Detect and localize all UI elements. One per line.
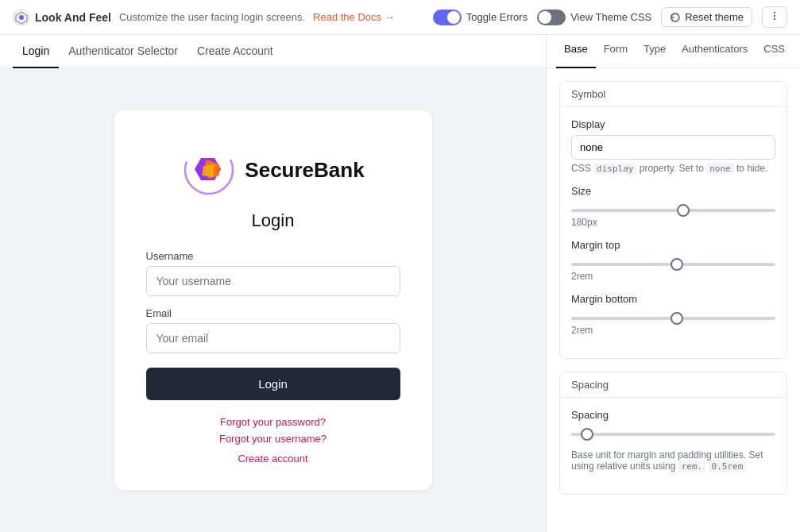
margin-top-label: Margin top [571, 239, 775, 251]
margin-bottom-wrap: Margin bottom 2rem [571, 293, 775, 336]
spacing-code2: 0.5rem [709, 461, 747, 472]
app-logo: Look And Feel [13, 9, 111, 26]
more-options-button[interactable] [762, 6, 787, 28]
tab-login[interactable]: Login [13, 35, 59, 68]
spacing-slider[interactable] [571, 433, 775, 436]
spacing-section-body: Spacing Base unit for margin and padding… [560, 398, 786, 494]
spacing-hint: Base unit for margin and padding utiliti… [571, 449, 775, 472]
right-panel-tabs: Base Form Type Authenticators CSS [546, 35, 800, 68]
reset-theme-button[interactable]: Reset theme [661, 7, 752, 27]
link-group: Forgot your password? Forgot your userna… [146, 416, 400, 465]
margin-bottom-value: 2rem [571, 325, 775, 336]
display-input[interactable] [571, 135, 775, 160]
right-tab-base[interactable]: Base [556, 35, 596, 68]
forgot-password-link[interactable]: Forgot your password? [220, 416, 326, 428]
brand-logo: SecureBank [181, 142, 364, 198]
size-value: 180px [571, 217, 775, 228]
margin-top-value: 2rem [571, 271, 775, 282]
app-description: Customize the user facing login screens. [119, 11, 305, 23]
spacing-label: Spacing [571, 409, 775, 421]
reset-icon [670, 12, 681, 23]
size-slider[interactable] [571, 209, 775, 212]
brand-name: SecureBank [245, 158, 364, 183]
brand-icon [181, 142, 237, 198]
reset-theme-label: Reset theme [685, 11, 744, 23]
spacing-wrap: Spacing [571, 409, 775, 438]
margin-bottom-label: Margin bottom [571, 293, 775, 305]
main-nav-tabs: Login Authenticator Selector Create Acco… [0, 35, 546, 68]
right-tab-form[interactable]: Form [596, 35, 636, 68]
svg-point-3 [774, 12, 775, 13]
svg-point-4 [774, 15, 775, 17]
topbar: Look And Feel Customize the user facing … [0, 0, 800, 35]
right-panel-content: Symbol Display CSS display property. Set… [547, 68, 800, 532]
username-input[interactable] [146, 266, 400, 296]
margin-top-slider[interactable] [571, 263, 775, 266]
tab-create-account[interactable]: Create Account [187, 35, 283, 68]
app-logo-icon [13, 9, 30, 26]
app-title: Look And Feel [35, 11, 111, 24]
toggle-errors-wrap: Toggle Errors [433, 10, 528, 25]
toggle-errors-label: Toggle Errors [466, 11, 528, 23]
spacing-section: Spacing Spacing Base unit for margin and… [559, 372, 787, 495]
toggle-theme-knob [539, 11, 551, 24]
svg-marker-9 [202, 164, 214, 177]
more-icon [769, 10, 780, 21]
svg-point-5 [774, 18, 775, 20]
margin-top-wrap: Margin top 2rem [571, 239, 775, 282]
create-account-link[interactable]: Create account [238, 453, 307, 465]
right-tab-type[interactable]: Type [636, 35, 674, 68]
tab-authenticator-selector[interactable]: Authenticator Selector [59, 35, 187, 68]
toggle-theme-wrap: View Theme CSS [537, 10, 651, 25]
size-wrap: Size 180px [571, 185, 775, 228]
toggle-theme-label: View Theme CSS [570, 11, 651, 23]
docs-link[interactable]: Read the Docs → [313, 11, 395, 23]
none-code: none [706, 163, 734, 175]
email-group: Email [146, 307, 400, 353]
right-tab-css[interactable]: CSS [756, 35, 793, 68]
username-label: Username [146, 250, 400, 262]
login-preview: SecureBank Login Username Email Login Fo… [0, 68, 546, 532]
margin-bottom-slider[interactable] [571, 317, 775, 320]
right-tab-authenticators[interactable]: Authenticators [674, 35, 756, 68]
email-input[interactable] [146, 323, 400, 353]
topbar-left: Look And Feel Customize the user facing … [13, 9, 395, 26]
sub-nav: Login Authenticator Selector Create Acco… [0, 35, 800, 68]
login-title: Login [252, 210, 295, 231]
brand-svg [181, 142, 237, 198]
main-content: SecureBank Login Username Email Login Fo… [0, 68, 800, 532]
forgot-username-link[interactable]: Forgot your username? [219, 433, 327, 445]
toggle-errors-knob [447, 11, 460, 24]
login-button[interactable]: Login [146, 368, 400, 400]
username-group: Username [146, 250, 400, 296]
svg-point-2 [19, 15, 24, 20]
symbol-section: Symbol Display CSS display property. Set… [559, 81, 787, 359]
symbol-section-body: Display CSS display property. Set to non… [560, 107, 786, 358]
right-settings-panel: Symbol Display CSS display property. Set… [546, 68, 800, 532]
email-label: Email [146, 307, 400, 319]
display-code: display [593, 163, 636, 175]
spacing-code1: rem. [678, 461, 706, 472]
toggle-theme[interactable] [537, 10, 566, 25]
toggle-errors[interactable] [433, 10, 462, 25]
display-hint: CSS display property. Set to none to hid… [571, 163, 775, 174]
size-label: Size [571, 185, 775, 197]
topbar-right: Toggle Errors View Theme CSS Reset theme [433, 6, 787, 28]
login-card: SecureBank Login Username Email Login Fo… [114, 110, 432, 490]
display-label: Display [571, 118, 775, 130]
symbol-section-header: Symbol [560, 82, 786, 107]
spacing-section-header: Spacing [560, 372, 786, 398]
